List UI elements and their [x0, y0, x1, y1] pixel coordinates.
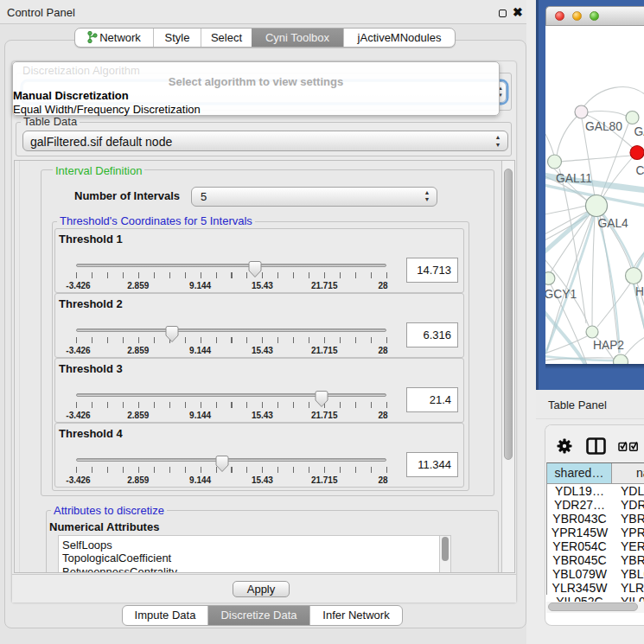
svg-text:GAL11: GAL11: [556, 172, 592, 185]
svg-text:GCY1: GCY1: [545, 288, 577, 301]
svg-text:C: C: [636, 164, 644, 177]
svg-text:GAL4: GAL4: [598, 217, 629, 230]
svg-text:GAL80: GAL80: [585, 120, 622, 133]
svg-text:H: H: [635, 285, 644, 298]
svg-text:HAP2: HAP2: [593, 339, 624, 352]
svg-text:GA: GA: [634, 125, 644, 138]
